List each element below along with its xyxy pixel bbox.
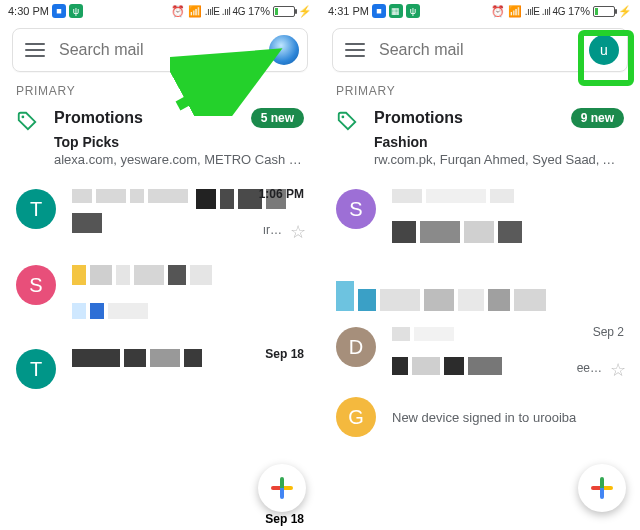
promotions-title: Promotions bbox=[54, 109, 143, 127]
sender-avatar: S bbox=[16, 265, 56, 305]
battery-percent: 17% bbox=[568, 5, 590, 17]
network-indicator: .ıılE .ııl 4G bbox=[205, 6, 245, 17]
conversation-row[interactable]: G New device signed in to urooiba bbox=[320, 395, 640, 439]
conversation-time: Sep 2 bbox=[593, 325, 624, 339]
sender-avatar: G bbox=[336, 397, 376, 437]
sender-avatar: D bbox=[336, 327, 376, 367]
promotions-badge: 5 new bbox=[251, 108, 304, 128]
menu-icon[interactable] bbox=[25, 43, 45, 57]
footer-time: Sep 18 bbox=[265, 512, 304, 526]
qr-chip-icon: ▦ bbox=[389, 4, 403, 18]
charging-icon: ⚡ bbox=[618, 5, 632, 18]
footer-text: New device signed in to urooiba bbox=[392, 410, 624, 425]
status-bar: 4:31 PM ■ ▦ ψ ⏰ 📶 .ıılE .ııl 4G 17% ⚡ bbox=[320, 0, 640, 22]
alarm-icon: ⏰ bbox=[491, 5, 505, 18]
search-input[interactable]: Search mail bbox=[379, 41, 575, 59]
sender-avatar: T bbox=[16, 189, 56, 229]
wifi-icon: 📶 bbox=[188, 5, 202, 18]
status-bar: 4:30 PM ■ ψ ⏰ 📶 .ıılE .ııl 4G 17% ⚡ bbox=[0, 0, 320, 22]
promotions-senders: alexa.com, yesware.com, METRO Cash &… bbox=[54, 152, 304, 167]
conversation-row[interactable]: D Sep 2 ee… ☆ bbox=[320, 319, 640, 395]
charging-icon: ⚡ bbox=[298, 5, 312, 18]
app-chip-icon: ■ bbox=[372, 4, 386, 18]
promotions-subtitle: Fashion bbox=[374, 134, 624, 150]
account-avatar[interactable] bbox=[269, 35, 299, 65]
alarm-icon: ⏰ bbox=[171, 5, 185, 18]
compose-fab[interactable] bbox=[578, 464, 626, 512]
blur-row bbox=[320, 281, 640, 319]
battery-icon bbox=[593, 6, 615, 17]
promotions-title: Promotions bbox=[374, 109, 463, 127]
status-time: 4:31 PM bbox=[328, 5, 369, 17]
usb-chip-icon: ψ bbox=[69, 4, 83, 18]
battery-percent: 17% bbox=[248, 5, 270, 17]
section-primary: PRIMARY bbox=[320, 80, 640, 104]
tag-icon bbox=[336, 110, 358, 132]
conversation-time: Sep 18 bbox=[265, 347, 304, 361]
account-avatar[interactable]: u bbox=[589, 35, 619, 65]
promotions-senders: rw.com.pk, Furqan Ahmed, Syed Saad, Al… bbox=[374, 152, 624, 167]
phone-right: 4:31 PM ■ ▦ ψ ⏰ 📶 .ıılE .ııl 4G 17% ⚡ Se… bbox=[320, 0, 640, 530]
star-icon[interactable]: ☆ bbox=[610, 359, 626, 381]
phone-left: 4:30 PM ■ ψ ⏰ 📶 .ıılE .ııl 4G 17% ⚡ Sear… bbox=[0, 0, 320, 530]
conversation-row[interactable]: T 1:06 PM ır… ☆ bbox=[0, 181, 320, 257]
battery-icon bbox=[273, 6, 295, 17]
snippet: ır… bbox=[263, 223, 282, 237]
promotions-subtitle: Top Picks bbox=[54, 134, 304, 150]
usb-chip-icon: ψ bbox=[406, 4, 420, 18]
section-primary: PRIMARY bbox=[0, 80, 320, 104]
promotions-row[interactable]: Promotions 5 new Top Picks alexa.com, ye… bbox=[0, 104, 320, 181]
sender-avatar: S bbox=[336, 189, 376, 229]
promotions-row[interactable]: Promotions 9 new Fashion rw.com.pk, Furq… bbox=[320, 104, 640, 181]
conversation-row[interactable]: S bbox=[0, 257, 320, 341]
search-bar[interactable]: Search mail u bbox=[332, 28, 628, 72]
conversation-row[interactable]: S bbox=[320, 181, 640, 281]
menu-icon[interactable] bbox=[345, 43, 365, 57]
wifi-icon: 📶 bbox=[508, 5, 522, 18]
svg-point-0 bbox=[22, 116, 25, 119]
search-bar[interactable]: Search mail bbox=[12, 28, 308, 72]
compose-fab[interactable] bbox=[258, 464, 306, 512]
search-input[interactable]: Search mail bbox=[59, 41, 255, 59]
svg-point-2 bbox=[342, 116, 345, 119]
conversation-row[interactable]: T Sep 18 bbox=[0, 341, 320, 417]
conversation-time: 1:06 PM bbox=[259, 187, 304, 201]
tag-icon bbox=[16, 110, 38, 132]
star-icon[interactable]: ☆ bbox=[290, 221, 306, 243]
sender-avatar: T bbox=[16, 349, 56, 389]
snippet: ee… bbox=[577, 361, 602, 375]
app-chip-icon: ■ bbox=[52, 4, 66, 18]
status-time: 4:30 PM bbox=[8, 5, 49, 17]
network-indicator: .ıılE .ııl 4G bbox=[525, 6, 565, 17]
promotions-badge: 9 new bbox=[571, 108, 624, 128]
